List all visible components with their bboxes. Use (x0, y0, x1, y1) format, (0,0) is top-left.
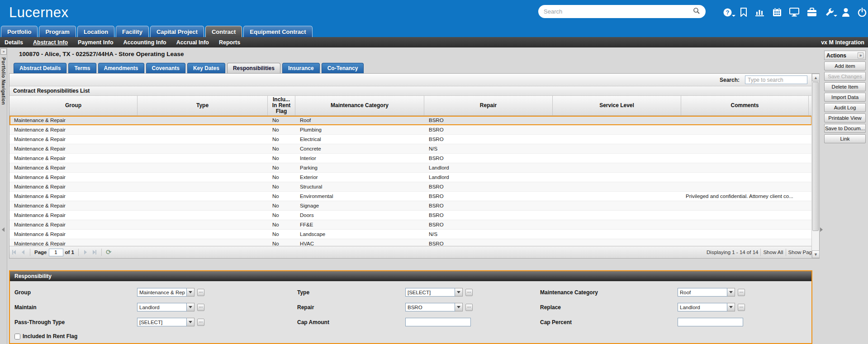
replace-dropdown-icon[interactable] (727, 303, 735, 311)
help-icon[interactable]: ? (723, 7, 732, 17)
tab-insurance[interactable]: Insurance (282, 63, 320, 73)
global-search[interactable] (538, 5, 706, 18)
cap-percent-input[interactable] (678, 318, 743, 326)
main-tab-portfolio[interactable]: Portfolio (1, 26, 38, 37)
expand-nav-icon[interactable]: » (0, 48, 7, 55)
maintain-dropdown-icon[interactable] (187, 303, 194, 311)
table-row[interactable]: Maintenance & RepairNoRoofBSRO (9, 116, 812, 125)
add-item-button[interactable]: Add item (824, 61, 866, 71)
maintenance-category-lookup-button[interactable]: ... (738, 289, 745, 296)
audit-log-button[interactable]: Audit Log (824, 103, 866, 112)
subnav-reports[interactable]: Reports (219, 39, 240, 46)
calendar-icon[interactable] (773, 7, 782, 17)
replace-lookup-button[interactable]: ... (738, 304, 745, 311)
maintain-select[interactable]: Landlord (137, 303, 194, 311)
tab-covenants[interactable]: Covenants (146, 63, 185, 73)
maintain-lookup-button[interactable]: ... (197, 304, 204, 311)
user-icon[interactable] (842, 7, 850, 17)
subnav-payment-info[interactable]: Payment Info (78, 39, 114, 46)
table-row[interactable]: Maintenance & RepairNoDoorsBSRO (9, 211, 812, 220)
search-icon[interactable] (693, 7, 700, 16)
delete-item-button[interactable]: Delete Item (824, 82, 866, 91)
tab-responsibilities[interactable]: Responsibilities (227, 63, 280, 73)
last-page-button[interactable] (90, 248, 99, 256)
global-search-input[interactable] (544, 8, 693, 15)
main-tab-capital-project[interactable]: Capital Project (150, 26, 204, 37)
table-row[interactable]: Maintenance & RepairNoEnvironmentalBSROP… (9, 192, 812, 201)
column-header-repair[interactable]: Repair (424, 96, 553, 115)
collapse-right-icon[interactable] (820, 227, 823, 232)
subnav-abstract-info[interactable]: Abstract Info (33, 39, 68, 46)
power-icon[interactable] (858, 7, 867, 17)
maintenance-category-select[interactable]: Roof (678, 288, 735, 297)
tab-amendments[interactable]: Amendments (98, 63, 144, 73)
repair-dropdown-icon[interactable] (455, 303, 463, 311)
included-in-rent-flag-checkbox[interactable] (14, 334, 20, 339)
column-header-maintenance_category[interactable]: Maintenance Category (295, 96, 424, 115)
vertical-scrollbar[interactable]: ▲ ▼ (811, 74, 819, 258)
type-dropdown-icon[interactable] (455, 288, 463, 297)
main-tab-facility[interactable]: Facility (116, 26, 149, 37)
column-header-comments[interactable]: Comments (681, 96, 809, 115)
import-data-button[interactable]: Import Data (824, 93, 866, 102)
cap-amount-input[interactable] (405, 318, 471, 326)
main-tab-equipment-contract[interactable]: Equipment Contract (243, 26, 312, 37)
scrollbar-thumb[interactable] (812, 82, 819, 231)
bookmark-icon[interactable] (740, 7, 747, 17)
type-lookup-button[interactable]: ... (465, 289, 473, 296)
repair-lookup-button[interactable]: ... (465, 304, 473, 311)
table-row[interactable]: Maintenance & RepairNoElectricalBSRO (9, 135, 812, 144)
column-header-service_level[interactable]: Service Level (553, 96, 681, 115)
repair-select[interactable]: BSRO (405, 303, 463, 311)
tab-terms[interactable]: Terms (68, 63, 96, 73)
show-all-button[interactable]: Show All (763, 250, 783, 255)
help-dropdown-caret-icon[interactable] (732, 15, 735, 17)
wrench-icon[interactable] (825, 7, 834, 17)
subnav-accrual-info[interactable]: Accrual Info (176, 39, 209, 46)
group-select[interactable]: Maintenance & Rep (137, 288, 194, 297)
pass-through-type-select[interactable]: [SELECT] (137, 318, 194, 326)
right-splitter[interactable] (820, 47, 823, 344)
bar-chart-icon[interactable] (755, 7, 765, 17)
main-tab-program[interactable]: Program (39, 26, 76, 37)
table-row[interactable]: Maintenance & RepairNoConcreteN/S (9, 144, 812, 154)
collapse-left-icon[interactable] (2, 227, 5, 232)
table-row[interactable]: Maintenance & RepairNoExteriorLandlord (9, 173, 812, 182)
page-number-input[interactable] (49, 249, 63, 256)
printable-view-button[interactable]: Printable View (824, 113, 866, 123)
table-row[interactable]: Maintenance & RepairNoPlumbingBSRO (9, 125, 812, 135)
tab-key-dates[interactable]: Key Dates (187, 63, 225, 73)
first-page-button[interactable] (10, 248, 18, 256)
link-button[interactable]: Link (824, 134, 866, 143)
table-row[interactable]: Maintenance & RepairNoParkingLandlord (9, 163, 812, 173)
maintenance-category-dropdown-icon[interactable] (727, 288, 735, 297)
next-page-button[interactable] (81, 248, 90, 256)
table-row[interactable]: Maintenance & RepairNoHVACBSRO (9, 239, 812, 246)
wrench-dropdown-caret-icon[interactable] (834, 15, 837, 17)
table-row[interactable]: Maintenance & RepairNoInteriorBSRO (9, 154, 812, 163)
save-to-docum-button[interactable]: Save to Docum... (824, 124, 866, 133)
main-tab-contract[interactable]: Contract (205, 26, 242, 37)
scroll-down-icon[interactable]: ▼ (812, 250, 820, 258)
briefcase-icon[interactable] (807, 7, 817, 17)
scroll-up-icon[interactable]: ▲ (812, 74, 820, 81)
type-select[interactable]: [SELECT] (405, 288, 463, 297)
subnav-details[interactable]: Details (5, 39, 23, 46)
replace-select[interactable]: Landlord (678, 303, 735, 311)
group-lookup-button[interactable]: ... (197, 289, 204, 296)
column-header-group[interactable]: Group (9, 96, 138, 115)
show-page-button[interactable]: Show Pag (788, 250, 812, 255)
monitor-icon[interactable] (789, 7, 799, 17)
subnav-accounting-info[interactable]: Accounting Info (123, 39, 166, 46)
prev-page-button[interactable] (19, 248, 27, 256)
refresh-icon[interactable]: ⟳ (106, 248, 112, 256)
table-row[interactable]: Maintenance & RepairNoLandscapeN/S (9, 230, 812, 239)
actions-collapse-icon[interactable]: » (858, 52, 863, 58)
group-dropdown-icon[interactable] (187, 288, 194, 297)
tab-abstract-details[interactable]: Abstract Details (14, 63, 66, 73)
list-search-input[interactable] (745, 75, 807, 84)
table-row[interactable]: Maintenance & RepairNoFF&EBSRO (9, 220, 812, 230)
pass-through-type-lookup-button[interactable]: ... (197, 319, 204, 326)
main-tab-location[interactable]: Location (77, 26, 114, 37)
table-row[interactable]: Maintenance & RepairNoSignageBSRO (9, 201, 812, 211)
